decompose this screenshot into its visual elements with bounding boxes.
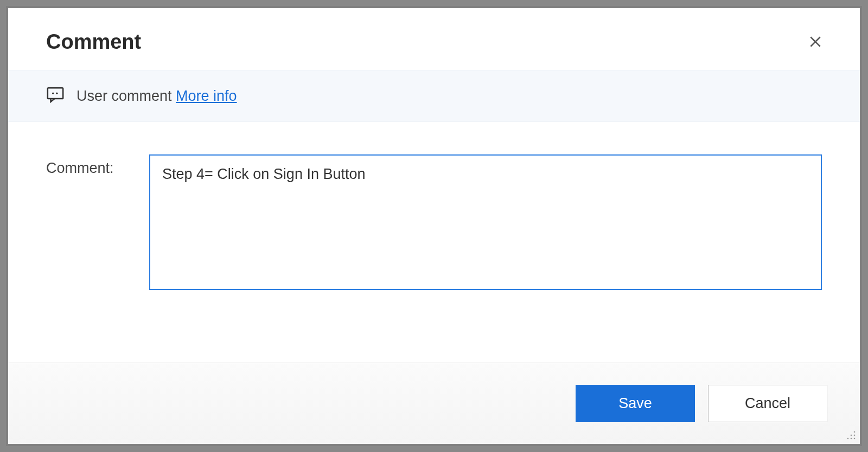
info-banner: User comment More info — [8, 70, 860, 122]
svg-point-3 — [52, 92, 54, 94]
comment-field-label: Comment: — [46, 154, 122, 177]
comment-bubble-icon — [46, 86, 65, 106]
banner-label: User comment — [76, 88, 172, 104]
dialog-body: Comment: — [8, 122, 860, 363]
dialog-title: Comment — [46, 30, 141, 54]
svg-point-8 — [854, 438, 856, 440]
comment-dialog: Comment User comment More info Comment: … — [8, 8, 860, 444]
svg-point-7 — [851, 435, 852, 436]
cancel-button[interactable]: Cancel — [708, 385, 827, 422]
dialog-footer: Save Cancel — [8, 363, 860, 444]
dialog-header: Comment — [8, 8, 860, 70]
svg-point-4 — [56, 92, 58, 94]
svg-point-5 — [854, 431, 856, 433]
comment-textarea[interactable] — [149, 154, 822, 290]
resize-grip[interactable] — [846, 430, 857, 441]
svg-point-6 — [854, 435, 856, 436]
banner-text: User comment More info — [76, 88, 237, 105]
more-info-link[interactable]: More info — [176, 88, 237, 104]
svg-point-9 — [851, 438, 852, 440]
svg-rect-2 — [48, 88, 63, 99]
close-icon — [808, 35, 822, 49]
save-button[interactable]: Save — [576, 385, 695, 422]
svg-point-10 — [847, 438, 849, 440]
close-button[interactable] — [803, 30, 827, 54]
